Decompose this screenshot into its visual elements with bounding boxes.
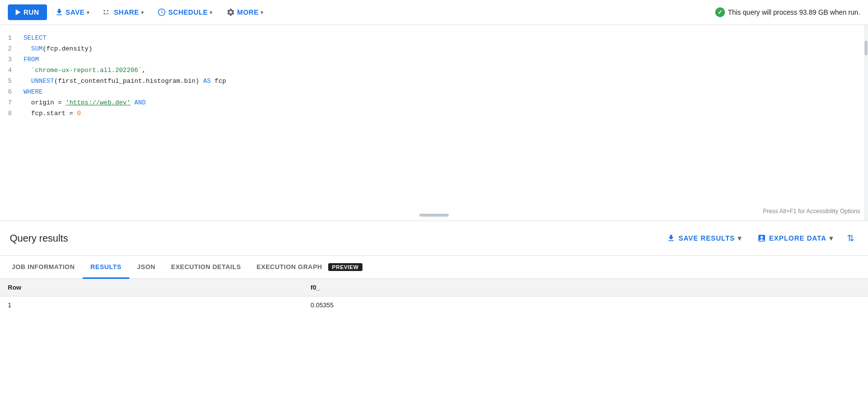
line-numbers: 1 2 3 4 5 6 7 8 <box>0 33 20 119</box>
tab-json[interactable]: JSON <box>129 256 163 279</box>
code-content[interactable]: SELECT SUM(fcp.density) FROM `chrome-ux-… <box>20 33 868 119</box>
results-title: Query results <box>10 233 68 244</box>
cell-f0-1: 0.05355 <box>303 296 705 314</box>
run-button[interactable]: RUN <box>8 4 47 20</box>
code-line-2: SUM(fcp.density) <box>24 44 864 54</box>
results-table: Row f0_ 1 0.05355 <box>0 279 868 314</box>
save-icon <box>55 8 64 17</box>
schedule-chevron-icon: ▾ <box>210 10 213 15</box>
code-line-1: SELECT <box>24 33 864 44</box>
code-line-6: WHERE <box>24 87 864 98</box>
share-button[interactable]: SHARE ▾ <box>97 4 149 21</box>
more-button[interactable]: MORE ▾ <box>220 4 269 21</box>
code-container: 1 2 3 4 5 6 7 8 SELECT SUM(fcp.density) … <box>0 25 868 127</box>
tab-job-information[interactable]: JOB INFORMATION <box>4 256 83 279</box>
query-info: ✓ This query will process 93.89 GB when … <box>715 7 860 17</box>
cell-empty-1 <box>705 296 868 314</box>
tab-execution-graph[interactable]: EXECUTION GRAPH PREVIEW <box>249 256 370 279</box>
save-results-icon <box>667 234 675 243</box>
more-label: MORE <box>237 8 259 16</box>
explore-data-button[interactable]: EXPLORE DATA ▾ <box>751 230 839 247</box>
results-header: Query results SAVE RESULTS ▾ EXPLORE DAT… <box>0 221 868 256</box>
code-line-3: FROM <box>24 54 864 65</box>
check-icon: ✓ <box>715 7 725 17</box>
save-label: SAVE <box>66 8 85 16</box>
gear-icon <box>226 8 235 17</box>
results-tabs: JOB INFORMATION RESULTS JSON EXECUTION D… <box>0 256 868 279</box>
horizontal-scrollbar[interactable] <box>419 214 449 217</box>
vertical-scrollbar[interactable] <box>864 25 868 221</box>
explore-data-icon <box>757 234 766 243</box>
schedule-label: SCHEDULE <box>168 8 208 16</box>
more-chevron-icon: ▾ <box>261 10 264 15</box>
expand-button[interactable]: ⇅ <box>843 229 858 247</box>
scrollbar-thumb <box>865 41 868 55</box>
col-f0: f0_ <box>303 279 705 296</box>
save-results-chevron: ▾ <box>738 234 742 242</box>
preview-badge: PREVIEW <box>328 263 362 271</box>
play-icon <box>16 9 21 15</box>
query-info-text: This query will process 93.89 GB when ru… <box>728 8 860 16</box>
col-empty <box>705 279 868 296</box>
table-row: 1 0.05355 <box>0 296 868 314</box>
expand-icon: ⇅ <box>847 233 854 243</box>
accessibility-hint: Press Alt+F1 for Accessibility Options <box>763 208 860 215</box>
table-header-row: Row f0_ <box>0 279 868 296</box>
run-label: RUN <box>24 8 39 16</box>
code-line-5: UNNEST(first_contentful_paint.histogram.… <box>24 76 864 87</box>
schedule-button[interactable]: SCHEDULE ▾ <box>151 4 218 21</box>
share-chevron-icon: ▾ <box>141 10 144 15</box>
results-actions: SAVE RESULTS ▾ EXPLORE DATA ▾ ⇅ <box>661 229 858 247</box>
explore-data-label: EXPLORE DATA <box>769 234 826 242</box>
code-line-4: `chrome-ux-report.all.202206`, <box>24 65 864 76</box>
share-icon <box>103 8 112 17</box>
editor-area[interactable]: 1 2 3 4 5 6 7 8 SELECT SUM(fcp.density) … <box>0 25 868 221</box>
toolbar: RUN SAVE ▾ SHARE ▾ SCHEDULE ▾ MORE ▾ ✓ T… <box>0 0 868 25</box>
save-results-label: SAVE RESULTS <box>678 234 735 242</box>
share-label: SHARE <box>114 8 139 16</box>
save-results-button[interactable]: SAVE RESULTS ▾ <box>661 230 747 247</box>
tab-results[interactable]: RESULTS <box>83 256 129 279</box>
code-line-7: origin = 'https://web.dev' AND <box>24 98 864 108</box>
col-row: Row <box>0 279 303 296</box>
save-chevron-icon: ▾ <box>87 10 90 15</box>
schedule-icon <box>157 8 166 17</box>
explore-data-chevron: ▾ <box>829 234 833 242</box>
save-button[interactable]: SAVE ▾ <box>49 4 96 21</box>
tab-execution-details[interactable]: EXECUTION DETAILS <box>163 256 249 279</box>
code-line-8: fcp.start = 0 <box>24 108 864 119</box>
cell-row-1: 1 <box>0 296 303 314</box>
